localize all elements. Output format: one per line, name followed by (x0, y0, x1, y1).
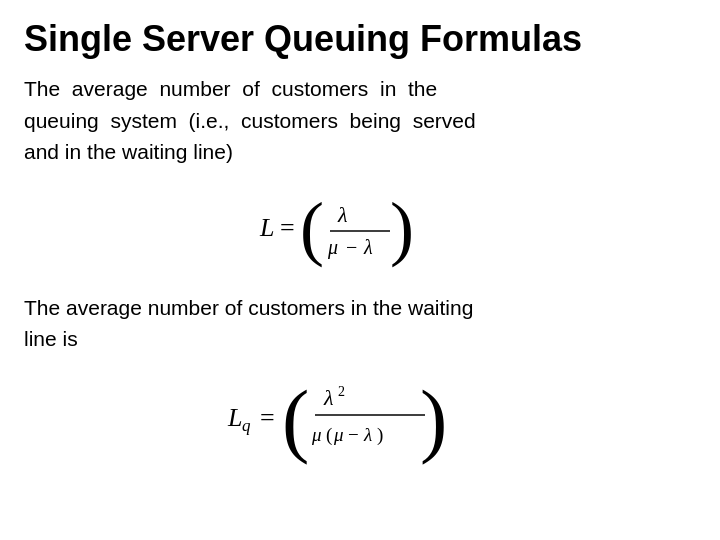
svg-text:λ: λ (363, 236, 373, 258)
svg-text:q: q (242, 416, 251, 435)
svg-text:=: = (280, 213, 295, 242)
svg-text:λ: λ (363, 424, 372, 445)
paragraph-1: The average number of customers in the q… (24, 73, 696, 168)
svg-text:=: = (260, 403, 275, 432)
page: Single Server Queuing Formulas The avera… (0, 0, 720, 540)
formula-1-container: L = ( λ μ − λ ) (24, 184, 696, 274)
svg-text:L: L (259, 213, 274, 242)
svg-text:−: − (348, 424, 359, 445)
svg-text:): ) (420, 374, 447, 465)
svg-text:μ: μ (327, 236, 338, 259)
svg-text:L: L (227, 403, 242, 432)
svg-text:μ: μ (333, 424, 344, 445)
formula-2-svg: L q = ( λ 2 μ ( μ − λ ) ) (210, 369, 510, 469)
page-title: Single Server Queuing Formulas (24, 18, 696, 59)
svg-text:): ) (390, 188, 414, 268)
svg-text:): ) (377, 424, 383, 446)
svg-text:λ: λ (323, 385, 334, 410)
svg-text:(: ( (300, 188, 324, 268)
svg-text:−: − (346, 236, 357, 258)
formula-2-container: L q = ( λ 2 μ ( μ − λ ) ) (24, 369, 696, 469)
svg-text:(: ( (282, 374, 309, 465)
paragraph-2: The average number of customers in the w… (24, 292, 696, 355)
svg-text:(: ( (326, 424, 332, 446)
formula-1-svg: L = ( λ μ − λ ) (230, 184, 490, 274)
svg-text:2: 2 (338, 384, 345, 399)
svg-text:μ: μ (311, 424, 322, 445)
svg-text:λ: λ (337, 202, 348, 227)
